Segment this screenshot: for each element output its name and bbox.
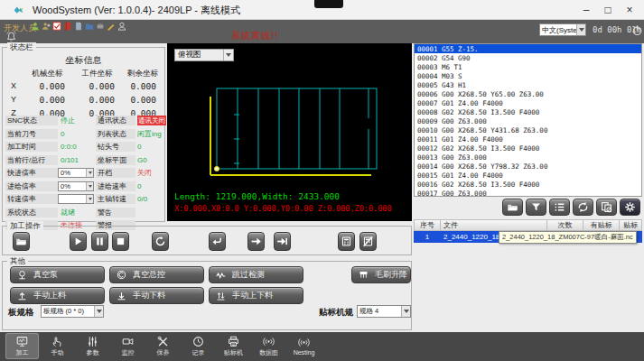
- close-button[interactable]: ×: [619, 0, 640, 20]
- gcode-line[interactable]: 00001G55 Z-15.: [415, 44, 641, 53]
- nav-item-加工[interactable]: 加工: [5, 333, 39, 359]
- open-program-button[interactable]: [13, 232, 30, 251]
- pencil-icon[interactable]: [107, 22, 116, 31]
- nav-item-手动[interactable]: 手动: [41, 333, 74, 359]
- status-left-value: 0/101: [58, 155, 96, 165]
- chevron-down-icon[interactable]: [576, 24, 585, 35]
- user-green-icon[interactable]: [31, 22, 40, 31]
- nav-item-保养[interactable]: 保养: [146, 333, 180, 359]
- nav-item-贴标机[interactable]: 贴标机: [217, 333, 250, 359]
- sync-button[interactable]: [573, 199, 593, 216]
- manual-loadunload-button[interactable]: 手动上下料: [209, 287, 303, 304]
- chevron-down-icon[interactable]: [86, 182, 93, 190]
- chevron-down-icon[interactable]: [86, 195, 93, 203]
- counter-button[interactable]: [338, 232, 355, 251]
- axis-work-value: 0.000: [72, 93, 122, 106]
- start-button[interactable]: [70, 232, 87, 251]
- red-book-icon[interactable]: [63, 22, 72, 31]
- nav-item-参数[interactable]: 参数: [76, 333, 109, 359]
- labeler-spec-label: 贴标机规: [319, 307, 353, 319]
- status-left-select[interactable]: [58, 194, 94, 204]
- loadunload-icon: [216, 291, 226, 301]
- gcode-line[interactable]: 00010G00 X268.50 Y431.68 Z63.00: [415, 125, 641, 134]
- status-row: 当前刀号0列表状态闲置ing: [5, 128, 161, 140]
- pause-button[interactable]: [91, 232, 108, 251]
- position-text: X:0.000,X0:0.0 Y:0.000,Y0:0.00 Z:0.000,Z…: [174, 204, 392, 213]
- folder-blue-icon[interactable]: [85, 22, 94, 31]
- chevron-down-icon[interactable]: [401, 306, 410, 317]
- gcode-line-code: M03 S: [442, 72, 462, 80]
- gcode-line[interactable]: 00012G02 X268.50 I3.500 F4000: [415, 143, 641, 153]
- gcode-line[interactable]: 00007G01 Z4.00 F4000: [415, 98, 641, 107]
- load-icon: [17, 291, 27, 301]
- reset-button[interactable]: [152, 232, 169, 251]
- copy-disabled-button[interactable]: [596, 199, 617, 216]
- manual-load-button[interactable]: 手动上料: [10, 287, 105, 304]
- gcode-list[interactable]: 00001G55 Z-15.00002G54 G9000003M6 T10000…: [414, 43, 642, 197]
- document-icon[interactable]: [74, 22, 83, 31]
- open-file-button[interactable]: [502, 199, 523, 216]
- vacuum-master-button[interactable]: 真空总控: [109, 266, 204, 283]
- gcode-line-number: 00004: [415, 72, 442, 80]
- usb-icon[interactable]: [96, 22, 105, 31]
- status-panel-title: 状态栏: [7, 42, 36, 51]
- titlebar: WoodSystem (Ver: 1.0.0.4)- 2409LP - 离线模式…: [0, 0, 644, 20]
- status-left-select[interactable]: 0%: [58, 168, 94, 178]
- gcode-line[interactable]: 00009G00 Z63.000: [415, 116, 641, 125]
- labeler-spec-select[interactable]: 规格 4: [357, 305, 411, 318]
- step-forward-button[interactable]: [247, 232, 265, 251]
- nav-item-Nesting[interactable]: Nesting: [287, 333, 321, 359]
- gcode-line-code: G01 Z4.00 F4000: [442, 171, 503, 180]
- status-row: 加工时间0:0:0钻头号0: [5, 141, 161, 153]
- board-spec-select[interactable]: 板规格 (0 * 0): [41, 305, 104, 318]
- nav-item-记录[interactable]: 记录: [182, 333, 215, 359]
- status-right-label: 警告: [96, 208, 135, 218]
- play-icon: [72, 236, 84, 247]
- alarm-icon[interactable]: [5, 31, 17, 42]
- gcode-line[interactable]: 00015G01 Z4.00 F4000: [415, 171, 641, 180]
- wave-icon: [216, 270, 226, 280]
- gcode-line-code: G01 Z4.00 F4000: [442, 99, 503, 107]
- checklist-icon[interactable]: [52, 22, 61, 31]
- brush-lift-button[interactable]: 毛刷升降: [351, 266, 411, 283]
- filter-button[interactable]: [526, 199, 546, 216]
- gcode-line[interactable]: 00017G00 Z63.000: [415, 189, 641, 197]
- printer-icon: [228, 336, 239, 347]
- run-to-end-button[interactable]: [274, 232, 291, 251]
- vacuum-pump-button[interactable]: 真空泵: [10, 266, 105, 283]
- chevron-down-icon[interactable]: [94, 306, 103, 317]
- gcode-line-code: G00 X268.50 Y798.32 Z63.00: [442, 162, 547, 171]
- copy-disabled-icon: [601, 201, 612, 213]
- settings-button[interactable]: [620, 199, 640, 216]
- maximize-button[interactable]: □: [597, 0, 619, 20]
- nav-item-监控[interactable]: 监控: [111, 333, 145, 359]
- user-add-icon[interactable]: [42, 22, 51, 31]
- language-select[interactable]: 中文(Syste: [539, 23, 586, 36]
- skip-detect-button[interactable]: 跳过检测: [209, 266, 303, 283]
- nav-item-数据图[interactable]: 数据图: [252, 333, 285, 359]
- gcode-line[interactable]: 00005G43 H1: [415, 80, 641, 89]
- gcode-line[interactable]: 00006G00 X268.50 Y65.00 Z63.00: [415, 89, 641, 98]
- stop-button[interactable]: [112, 232, 129, 251]
- chevron-down-icon[interactable]: [86, 169, 93, 177]
- gcode-line[interactable]: 00008G02 X268.50 I3.500 F4000: [415, 107, 641, 116]
- gcode-line-number: 00007: [415, 99, 442, 107]
- gcode-line[interactable]: 00002G54 G90: [415, 53, 641, 62]
- gcode-line[interactable]: 00013G00 Z63.000: [415, 153, 641, 162]
- operator-icon[interactable]: [117, 22, 126, 31]
- list-button[interactable]: [549, 199, 570, 216]
- gcode-line[interactable]: 00011G01 Z4.00 F4000: [415, 134, 641, 143]
- gcode-line[interactable]: 00014G00 X268.50 Y798.32 Z63.00: [415, 162, 641, 171]
- gcode-line[interactable]: 00016G02 X268.50 I3.500 F4000: [415, 180, 641, 189]
- gcode-line[interactable]: 00004M03 S: [415, 71, 641, 80]
- minimize-button[interactable]: –: [575, 0, 597, 20]
- status-badge: 通讯关闭: [137, 116, 166, 125]
- gcode-line-code: G01 Z4.00 F4000: [442, 135, 503, 143]
- power-icon[interactable]: [631, 24, 643, 36]
- status-left-select[interactable]: 0%: [58, 181, 94, 191]
- gcode-line[interactable]: 00003M6 T1: [415, 62, 641, 71]
- toolpath-canvas[interactable]: 俯视图 Length: 1219.000,Width: 2433.000 X:0…: [167, 43, 412, 221]
- return-button[interactable]: [209, 232, 226, 251]
- counter-clear-button[interactable]: [359, 232, 377, 251]
- manual-unload-button[interactable]: 手动下料: [109, 287, 204, 304]
